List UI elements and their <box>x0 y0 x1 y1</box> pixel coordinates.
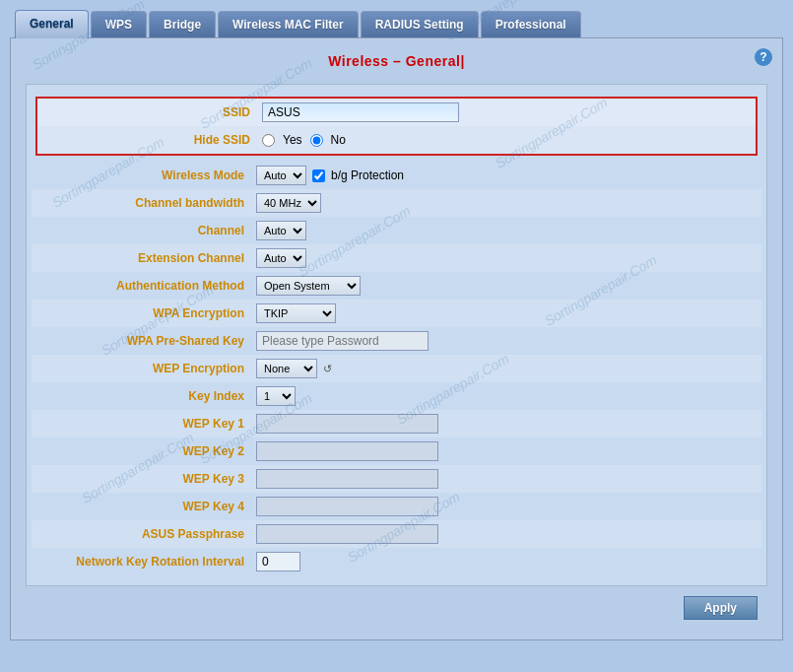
asus-passphrase-control <box>256 524 754 544</box>
channel-bandwidth-label: Channel bandwidth <box>39 196 256 210</box>
channel-bandwidth-control: 40 MHz 20 MHz <box>256 193 754 213</box>
wpa-encryption-label: WPA Encryption <box>39 306 256 320</box>
auth-method-select[interactable]: Open System Shared Key WPA-Personal WPA2… <box>256 276 361 296</box>
ssid-group: SSID Hide SSID Yes No <box>35 97 758 156</box>
wep-cycle-icon: ↺ <box>323 363 332 375</box>
network-key-rotation-control <box>256 552 754 571</box>
bg-protection-checkbox[interactable] <box>312 169 325 182</box>
wep-key-2-label: WEP Key 2 <box>39 444 256 458</box>
extension-channel-select[interactable]: Auto <box>256 248 306 268</box>
tab-bridge[interactable]: Bridge <box>149 11 216 37</box>
hide-ssid-row: Hide SSID Yes No <box>37 126 756 154</box>
wep-key-4-row: WEP Key 4 <box>32 493 761 520</box>
wep-key-4-input[interactable] <box>256 497 438 516</box>
ssid-label: SSID <box>45 105 262 119</box>
wep-key-4-control <box>256 497 754 516</box>
wpa-preshared-row: WPA Pre-Shared Key <box>32 327 761 355</box>
hide-ssid-no-radio[interactable] <box>310 134 323 147</box>
wep-encryption-control: None 64-bit 128-bit ↺ <box>256 359 754 378</box>
wep-key-3-input[interactable] <box>256 469 438 489</box>
ssid-row: SSID <box>37 99 756 126</box>
wep-encryption-label: WEP Encryption <box>39 362 256 375</box>
channel-bandwidth-select[interactable]: 40 MHz 20 MHz <box>256 193 321 213</box>
main-panel: ? Wireless – General| SSID Hide SSID <box>10 37 783 640</box>
content-area: SSID Hide SSID Yes No <box>26 84 767 586</box>
wep-key-1-label: WEP Key 1 <box>39 417 256 431</box>
wep-key-1-input[interactable] <box>256 414 438 434</box>
wep-key-2-row: WEP Key 2 <box>32 437 761 465</box>
network-key-rotation-row: Network Key Rotation Interval <box>32 548 761 575</box>
extension-channel-control: Auto <box>256 248 754 268</box>
channel-select[interactable]: Auto <box>256 221 306 240</box>
wpa-preshared-label: WPA Pre-Shared Key <box>39 334 256 348</box>
key-index-select[interactable]: 1 2 3 4 <box>256 386 296 406</box>
wireless-mode-label: Wireless Mode <box>39 168 256 182</box>
tab-general[interactable]: General <box>15 10 89 38</box>
tab-radius-setting[interactable]: RADIUS Setting <box>361 11 479 37</box>
hide-ssid-control: Yes No <box>262 133 748 147</box>
hide-ssid-label: Hide SSID <box>45 133 262 147</box>
wireless-mode-select[interactable]: Auto <box>256 166 306 185</box>
bg-protection-label: b/g Protection <box>331 168 404 182</box>
auth-method-control: Open System Shared Key WPA-Personal WPA2… <box>256 276 754 296</box>
hide-ssid-yes-radio[interactable] <box>262 134 275 147</box>
wpa-encryption-select[interactable]: TKIP AES TKIP+AES <box>256 303 336 323</box>
auth-method-row: Authentication Method Open System Shared… <box>32 272 761 300</box>
channel-bandwidth-row: Channel bandwidth 40 MHz 20 MHz <box>32 189 761 217</box>
wep-key-1-control <box>256 414 754 434</box>
extension-channel-row: Extension Channel Auto <box>32 244 761 272</box>
wep-key-3-row: WEP Key 3 <box>32 465 761 493</box>
network-key-rotation-label: Network Key Rotation Interval <box>39 555 256 569</box>
tab-professional[interactable]: Professional <box>481 11 581 37</box>
tab-bar: General WPS Bridge Wireless MAC Filter R… <box>10 10 783 37</box>
asus-passphrase-row: ASUS Passphrase <box>32 520 761 548</box>
wep-encryption-row: WEP Encryption None 64-bit 128-bit ↺ <box>32 355 761 382</box>
apply-button[interactable]: Apply <box>684 596 758 620</box>
wep-key-2-control <box>256 441 754 461</box>
channel-row: Channel Auto <box>32 217 761 244</box>
wep-key-4-label: WEP Key 4 <box>39 500 256 513</box>
key-index-control: 1 2 3 4 <box>256 386 754 406</box>
wireless-mode-row: Wireless Mode Auto b/g Protection <box>32 162 761 189</box>
panel-title: Wireless – General| <box>26 53 767 69</box>
wep-key-3-label: WEP Key 3 <box>39 472 256 486</box>
asus-passphrase-label: ASUS Passphrase <box>39 527 256 541</box>
key-index-label: Key Index <box>39 389 256 403</box>
auth-method-label: Authentication Method <box>39 279 256 293</box>
asus-passphrase-input[interactable] <box>256 524 438 544</box>
wep-key-3-control <box>256 469 754 489</box>
wpa-encryption-control: TKIP AES TKIP+AES <box>256 303 754 323</box>
wpa-preshared-control <box>256 331 754 351</box>
channel-label: Channel <box>39 224 256 237</box>
help-icon[interactable]: ? <box>755 48 772 66</box>
wpa-encryption-row: WPA Encryption TKIP AES TKIP+AES <box>32 300 761 327</box>
wep-key-1-row: WEP Key 1 <box>32 410 761 437</box>
button-row: Apply <box>26 586 767 625</box>
wep-encryption-select[interactable]: None 64-bit 128-bit <box>256 359 317 378</box>
key-index-row: Key Index 1 2 3 4 <box>32 382 761 410</box>
hide-ssid-no-label: No <box>331 133 346 147</box>
wpa-preshared-input[interactable] <box>256 331 429 351</box>
wireless-mode-control: Auto b/g Protection <box>256 166 754 185</box>
channel-control: Auto <box>256 221 754 240</box>
outer-wrapper: General WPS Bridge Wireless MAC Filter R… <box>0 0 793 672</box>
tab-wps[interactable]: WPS <box>91 11 147 37</box>
ssid-input[interactable] <box>262 102 459 122</box>
wep-key-2-input[interactable] <box>256 441 438 461</box>
network-key-rotation-input[interactable] <box>256 552 300 571</box>
ssid-control <box>262 102 748 122</box>
extension-channel-label: Extension Channel <box>39 251 256 265</box>
tab-wireless-mac-filter[interactable]: Wireless MAC Filter <box>218 11 359 37</box>
hide-ssid-yes-label: Yes <box>283 133 302 147</box>
